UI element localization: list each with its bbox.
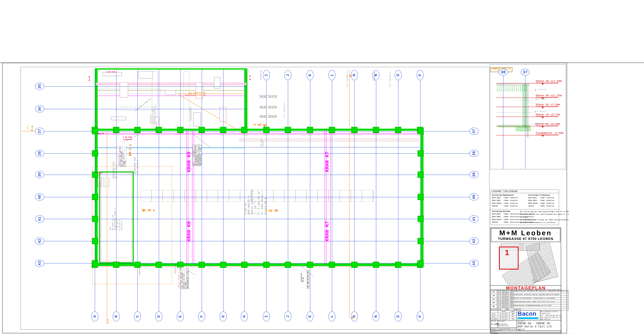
section-flag-1: UK=+10,88 <box>537 98 545 100</box>
section-flag-0: T UK=+14,88 <box>537 89 546 90</box>
legend-note-row-4: Optional sind Armaturen zu isolieren! <box>520 221 569 224</box>
legend-trink-title: Isolierung Trinkwasser <box>528 194 554 196</box>
section-bubble-38: 38 <box>498 69 508 76</box>
level-triangle-0 <box>542 83 544 85</box>
stift-cell: Stiftzuordnung: - <box>490 329 517 330</box>
bacon-logo-bar <box>518 317 538 319</box>
level-line-2 <box>496 107 558 107</box>
approval-row: Gepr.19.08.2021VOT <box>490 315 517 318</box>
massstab-value: 1:100 <box>491 323 497 326</box>
level-label-1: Ebene 30 ±11,25m <box>536 94 558 97</box>
legend-note-row-0: Die Isolierung der Heizungsleitungen hat… <box>520 210 569 213</box>
section-flag-tri-2 <box>535 111 536 113</box>
level-label-5: Fundamente -3,50m <box>536 132 558 135</box>
legend: LEGENDE ISOLIERUNG Isolierung Regenwasse… <box>490 190 559 225</box>
logo-box: Bacon <box>517 310 540 320</box>
level-triangle-5 <box>542 135 544 137</box>
legend-trink-row-2: DN50-DN150 =19mm Armaflex <box>528 202 554 205</box>
legend-regen-row-3: >DN150 =19mm Armaflex <box>492 205 518 208</box>
address-line-4: www.bacon.at <box>541 318 561 320</box>
level-triangle-4 <box>542 126 544 128</box>
section-foundation <box>516 127 531 131</box>
section-flag-3: FF OK=+0,88 <box>536 123 546 124</box>
massstab-label: Maßstab: <box>491 320 497 322</box>
legend-regen-title: Isolierung Regenwasser <box>492 194 518 196</box>
planinhalt-label: Planinhalt: <box>518 320 560 322</box>
legend-title: LEGENDE ISOLIERUNG <box>490 190 559 193</box>
legend-regen-row-0: DN10-DN32 =19mm Armaflex <box>492 197 518 199</box>
plannummer-cell: Plannummer: BA_GRU_E00-E30_HKLS_213 <box>498 320 517 328</box>
level-label-0: Ebene 40 ±17,00m <box>536 80 558 83</box>
legend-trink-row-0: DN10-DN32 =19mm Armaflex <box>528 197 554 199</box>
plannummer-value: BA_GRU_E00-E30_HKLS_213 <box>498 323 516 326</box>
address-line-2: Tel. +43(0)732/386 001-0 <box>541 314 561 316</box>
section-grey-line-1 <box>496 91 533 91</box>
doc-title: MONTAGEPLAN <box>490 286 561 290</box>
legend-note: Die Isolierung der Heizungsleitungen hat… <box>520 210 569 224</box>
address-line-0: Emil-Rathenau-Straße 4 <box>541 311 561 312</box>
planinhalt-line1: EBENE 00 - EBENE 30 <box>518 322 560 325</box>
revision-row: 0526.01.2022Erst.BRMAnpassung gem. Freig… <box>490 305 568 306</box>
bacon-logo: Bacon <box>518 310 540 317</box>
revision-row: 10.12.2021Gepr.VOT- <box>490 295 568 297</box>
level-label-2: Ebene 20 ±7,50m <box>536 103 558 107</box>
section-flag-2: ST UK=+5,82 <box>537 111 546 112</box>
revision-row: 0607.06.2022Erst.BRMAdaptierung DRL Ansc… <box>490 301 568 303</box>
level-line-1 <box>496 98 558 98</box>
company-address-line: TURMGASSE 67 8700 LEOBEN <box>491 237 560 241</box>
section-grey-line-4 <box>496 125 533 125</box>
level-triangle-3 <box>542 117 544 118</box>
company-box: M+M Leoben TURMGASSE 67 8700 LEOBEN <box>491 228 560 242</box>
section-bubble-37: 37 <box>520 69 530 76</box>
revision-row: 03.11.2021Gepr.VOT <box>490 299 568 301</box>
keyplan-circle <box>532 279 536 283</box>
title-block: M+M Leoben TURMGASSE 67 8700 LEOBEN 1 MO… <box>490 227 561 333</box>
address-line-1: A-4030 Linz <box>541 312 561 314</box>
massstab-cell: Maßstab: 1:100 <box>490 320 498 328</box>
key-plan: 1 <box>491 242 560 285</box>
legend-note-row-2: erfolgen! <box>520 216 569 219</box>
approval-header: Name <box>509 310 517 313</box>
revision-header-datum: Datum <box>497 308 506 310</box>
section-grid-38 <box>503 76 503 169</box>
revision-table: 0425.01.2022Erst.BRMAdaptierung Pos. Hei… <box>490 290 568 310</box>
keyplan-highlight: 1 <box>499 247 518 269</box>
referenzen-label: Referenzen: <box>491 333 498 334</box>
legend-regen-rows: DN10-DN32 =19mm ArmaflexDN40-DN50 =19mm … <box>492 197 518 208</box>
section-wall-green <box>523 84 526 127</box>
level-line-3 <box>496 117 558 117</box>
revision-row: 07.06.2022Gepr.VOT <box>490 303 568 305</box>
section-flag-tri-0 <box>535 90 536 91</box>
filename-cell: Filename: G:\09_PROJEKTE\70096 MM Leoben… <box>490 330 561 332</box>
legend-regen-row-2: DN50-DN150 =19mm Armaflex <box>492 202 518 205</box>
legend-trink-row-3: >DN150 =19mm Armaflex <box>528 205 554 208</box>
grid-bubble-label: 37 <box>523 70 528 75</box>
keyplan-marker: 1 <box>505 248 518 257</box>
approval-header <box>490 310 498 313</box>
system-cell: System: AutoCAD MEP 2019 <box>490 328 517 329</box>
plannummer-label: Plannummer: <box>498 320 516 322</box>
revision-row: 25.01.2022Gepr.VOT- <box>490 292 568 294</box>
planinhalt-cell: Planinhalt: EBENE 00 - EBENE 30 BSP Hall… <box>517 320 561 330</box>
legend-regen-row-1: DN40-DN50 =19mm Armaflex <box>492 199 518 202</box>
company-name: M+M Leoben <box>491 229 560 237</box>
revision-row: 26.01.2022Gepr.VOT <box>490 306 568 308</box>
level-line-4 <box>496 126 558 126</box>
section-grey-line-3 <box>496 112 533 113</box>
legend-note-row-3: Isolierung im FBA erfolgt mit 10mm Isoli… <box>520 219 569 221</box>
legend-note-row-1: Zentrale und auf der Zentralenwand bei A… <box>520 213 569 216</box>
section-grid-37 <box>525 76 526 169</box>
revision-row: 0310.12.2021Erst.BRMzusätzlicher Lufthei… <box>490 294 568 295</box>
level-triangle-2 <box>542 107 544 108</box>
company-contact: Emil-Rathenau-Straße 4A-4030 LinzTel. +4… <box>540 310 561 320</box>
revision-row: 0425.01.2022Erst.BRMAdaptierung Pos. Hei… <box>490 290 568 292</box>
approval-row: Erst.19.08.2021BRM <box>490 313 517 315</box>
level-line-5 <box>496 135 558 135</box>
revision-header-benennung: Benennung <box>514 308 568 310</box>
doc-title-band: MONTAGEPLAN <box>490 285 561 290</box>
revision-table-wrap: 0425.01.2022Erst.BRMAdaptierung Pos. Hei… <box>490 290 561 310</box>
approval-row: Freigeg.06.09.2021TGA <box>490 318 517 320</box>
planinhalt-line2: BSP Halle 3 Teil 1/6 <box>518 325 560 328</box>
legend-trink-rows: DN10-DN32 =19mm ArmaflexDN40-DN50 =19mm … <box>528 197 554 208</box>
revision-row: 0203.11.2021Erst.BRMEntfall Torluftschle… <box>490 297 568 299</box>
